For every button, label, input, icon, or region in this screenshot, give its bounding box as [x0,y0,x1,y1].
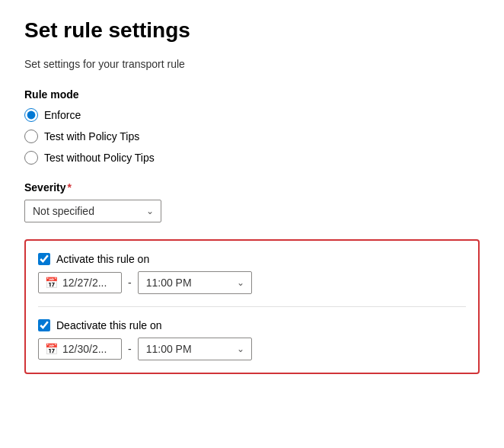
deactivate-rule-row: Deactivate this rule on 📅 12/30/2... - 1… [38,319,466,360]
severity-select[interactable]: Not specified Low Medium High [24,200,161,222]
activate-time-select[interactable]: 11:00 PM 12:00 AM 1:00 AM [138,271,252,294]
required-star: * [67,181,71,194]
activate-date-time-row: 📅 12/27/2... - 11:00 PM 12:00 AM 1:00 AM… [38,271,466,294]
deactivate-label: Deactivate this rule on [56,319,162,331]
radio-test-without-tips-input[interactable] [24,151,38,165]
deactivate-time-wrapper: 11:00 PM 12:00 AM 1:00 AM ⌄ [138,338,252,360]
activate-dash: - [128,277,132,289]
radio-enforce-label: Enforce [44,109,81,121]
severity-section: Severity* Not specified Low Medium High … [24,181,480,222]
rule-mode-group: Enforce Test with Policy Tips Test witho… [24,108,480,165]
severity-select-wrapper: Not specified Low Medium High ⌄ [24,200,161,222]
deactivate-date-input[interactable]: 📅 12/30/2... [38,338,122,360]
page-title: Set rule settings [24,18,480,43]
section-divider [38,306,466,307]
activate-date-text: 12/27/2... [62,277,107,289]
activate-time-wrapper: 11:00 PM 12:00 AM 1:00 AM ⌄ [138,271,252,294]
radio-enforce-input[interactable] [24,108,38,122]
activate-rule-row: Activate this rule on 📅 12/27/2... - 11:… [38,253,466,294]
deactivate-time-select[interactable]: 11:00 PM 12:00 AM 1:00 AM [138,338,252,360]
activate-date-input[interactable]: 📅 12/27/2... [38,272,122,293]
rule-activation-box: Activate this rule on 📅 12/27/2... - 11:… [24,239,480,374]
severity-label: Severity* [24,181,480,194]
deactivate-date-text: 12/30/2... [62,343,107,355]
radio-test-with-tips[interactable]: Test with Policy Tips [24,130,480,143]
radio-test-without-tips[interactable]: Test without Policy Tips [24,151,480,165]
radio-enforce[interactable]: Enforce [24,108,480,122]
deactivate-date-time-row: 📅 12/30/2... - 11:00 PM 12:00 AM 1:00 AM… [38,338,466,360]
activate-label: Activate this rule on [56,253,149,265]
activate-checkbox[interactable] [38,253,50,265]
rule-mode-label: Rule mode [24,88,480,101]
page-subtitle: Set settings for your transport rule [24,58,480,70]
radio-test-with-tips-label: Test with Policy Tips [44,130,139,142]
radio-test-without-tips-label: Test without Policy Tips [44,152,155,164]
activate-calendar-icon: 📅 [45,277,58,289]
deactivate-checkbox-row: Deactivate this rule on [38,319,466,331]
deactivate-dash: - [128,343,132,355]
deactivate-calendar-icon: 📅 [45,343,58,355]
radio-test-with-tips-input[interactable] [24,130,38,143]
activate-checkbox-row: Activate this rule on [38,253,466,265]
deactivate-checkbox[interactable] [38,319,50,331]
